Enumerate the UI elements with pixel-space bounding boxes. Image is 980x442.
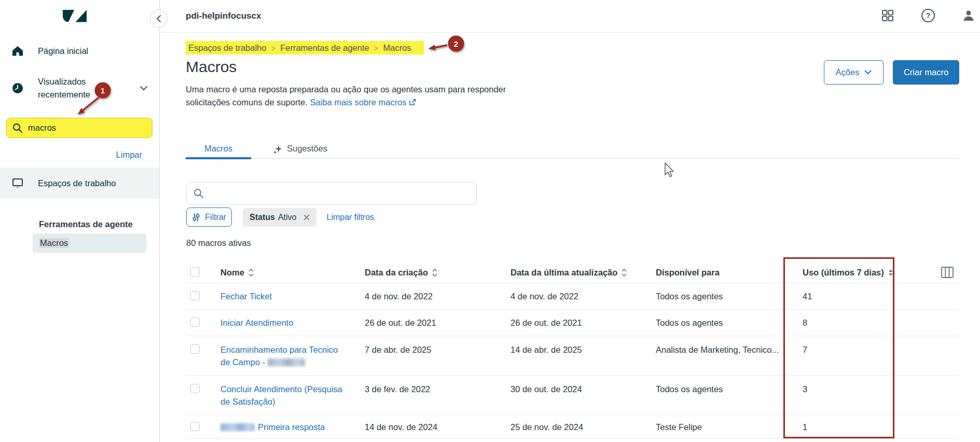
filter-button[interactable]: Filtrar bbox=[186, 208, 232, 227]
page-title: Macros bbox=[186, 58, 237, 76]
chevron-down-icon bbox=[140, 83, 148, 93]
table-row: Fechar Ticket 4 de nov. de 2022 4 de nov… bbox=[186, 283, 959, 310]
breadcrumb-separator: > bbox=[271, 44, 275, 52]
manage-columns-icon[interactable] bbox=[941, 266, 954, 279]
sort-active-icon bbox=[888, 268, 894, 277]
column-header-name[interactable]: Nome bbox=[220, 268, 365, 278]
monitor-icon bbox=[11, 177, 24, 189]
sidebar-item-label: Espaços de trabalho bbox=[38, 177, 116, 190]
macro-link[interactable]: Encaminhamento para Tecnico de Campo - bbox=[220, 343, 338, 368]
apps-grid-icon[interactable] bbox=[880, 8, 895, 23]
created-cell: 3 de fev. de 2022 bbox=[365, 383, 510, 395]
tab-bar: Macros Sugestões bbox=[186, 142, 959, 159]
home-icon bbox=[11, 45, 24, 57]
macros-count: 80 macros ativas bbox=[186, 238, 251, 248]
sidebar-item-workspaces[interactable]: Espaços de trabalho bbox=[0, 168, 159, 199]
column-header-usage[interactable]: Uso (últimos 7 dias) bbox=[800, 268, 895, 278]
sort-icon bbox=[432, 268, 438, 277]
tab-suggestions[interactable]: Sugestões bbox=[273, 142, 327, 158]
row-checkbox[interactable] bbox=[190, 384, 200, 393]
chevron-down-icon bbox=[864, 70, 872, 75]
zendesk-logo-icon bbox=[61, 7, 88, 27]
usage-cell: 1 bbox=[800, 421, 895, 433]
clock-icon bbox=[11, 82, 24, 94]
macros-table: Nome Data da criação Data da última atua… bbox=[186, 262, 959, 439]
table-search-box bbox=[186, 182, 477, 205]
created-cell: 4 de nov. de 2022 bbox=[365, 290, 510, 302]
sidebar-item-home[interactable]: Página inicial bbox=[0, 42, 159, 60]
macro-link[interactable]: Concluir Atendimento (Pesquisa de Satisf… bbox=[220, 383, 342, 408]
row-checkbox[interactable] bbox=[190, 344, 200, 354]
create-macro-button[interactable]: Criar macro bbox=[893, 60, 959, 85]
updated-cell: 26 de out. de 2021 bbox=[510, 316, 656, 329]
learn-more-link[interactable]: Saiba mais sobre macros bbox=[310, 98, 406, 107]
help-icon[interactable]: ? bbox=[921, 8, 935, 23]
page-description: Uma macro é uma reposta preparada ou açã… bbox=[186, 83, 506, 109]
external-link-icon bbox=[409, 96, 416, 109]
search-icon bbox=[194, 188, 204, 199]
updated-cell: 30 de out. de 2024 bbox=[510, 383, 656, 395]
updated-cell: 14 de abr. de 2025 bbox=[510, 343, 656, 356]
available-cell: Todos os agentes bbox=[656, 316, 800, 329]
macro-link[interactable]: Primeira resposta bbox=[220, 421, 325, 433]
sidebar-item-label: Página inicial bbox=[38, 45, 88, 58]
close-icon[interactable] bbox=[303, 214, 310, 220]
sidebar: Página inicial Visualizados recentemente bbox=[0, 0, 160, 442]
sidebar-clear-link[interactable]: Limpar bbox=[116, 150, 142, 160]
row-checkbox[interactable] bbox=[190, 317, 200, 327]
table-row: Primeira resposta 14 de nov. de 2024 25 … bbox=[186, 415, 959, 439]
redacted-text bbox=[220, 423, 255, 431]
sidebar-collapse-button[interactable] bbox=[150, 10, 168, 27]
macro-link[interactable]: Fechar Ticket bbox=[220, 290, 272, 302]
chevron-left-icon bbox=[156, 15, 162, 23]
usage-cell: 41 bbox=[800, 290, 895, 302]
sidebar-search-box bbox=[6, 118, 153, 138]
svg-text:?: ? bbox=[926, 11, 931, 20]
row-checkbox[interactable] bbox=[190, 291, 200, 300]
row-checkbox[interactable] bbox=[190, 422, 200, 431]
sidebar-item-macros[interactable]: Macros bbox=[33, 233, 146, 253]
redacted-text bbox=[268, 358, 305, 366]
actions-button[interactable]: Ações bbox=[824, 60, 884, 85]
clear-filters-link[interactable]: Limpar filtros bbox=[326, 213, 374, 222]
account-name: pdi-helpinfocuscx bbox=[186, 11, 261, 21]
usage-cell: 3 bbox=[800, 383, 895, 395]
zendesk-admin-app: Página inicial Visualizados recentemente bbox=[0, 0, 980, 442]
sidebar-search-input[interactable] bbox=[28, 123, 132, 133]
column-header-updated[interactable]: Data da última atualização bbox=[510, 268, 656, 278]
available-cell: Teste Felipe bbox=[656, 421, 800, 433]
profile-icon[interactable] bbox=[961, 8, 976, 23]
table-row: Concluir Atendimento (Pesquisa de Satisf… bbox=[186, 376, 959, 415]
created-cell: 7 de abr. de 2025 bbox=[365, 343, 510, 356]
topbar: pdi-helpinfocuscx ? bbox=[160, 0, 980, 33]
macro-link[interactable]: Iniciar Atendimento bbox=[220, 316, 293, 329]
usage-cell: 8 bbox=[800, 316, 895, 329]
sort-icon bbox=[248, 268, 254, 277]
table-row: Iniciar Atendimento 26 de out. de 2021 2… bbox=[186, 310, 959, 336]
usage-cell: 7 bbox=[800, 343, 895, 356]
filter-sliders-icon bbox=[192, 213, 200, 222]
table-header-row: Nome Data da criação Data da última atua… bbox=[186, 262, 959, 283]
tab-macros[interactable]: Macros bbox=[186, 142, 251, 159]
breadcrumb-workspaces[interactable]: Espaços de trabalho bbox=[188, 43, 266, 53]
breadcrumb-separator: > bbox=[374, 44, 379, 52]
breadcrumb: Espaços de trabalho > Ferramentas de age… bbox=[186, 41, 424, 54]
column-header-created[interactable]: Data da criação bbox=[365, 268, 510, 278]
breadcrumb-macros[interactable]: Macros bbox=[383, 43, 411, 53]
sparkles-icon bbox=[273, 145, 282, 156]
search-icon bbox=[12, 123, 23, 133]
available-cell: Analista de Marketing, Tecnico... bbox=[656, 343, 800, 356]
breadcrumb-agent-tools[interactable]: Ferramentas de agente bbox=[280, 43, 369, 53]
sidebar-item-recently-viewed[interactable]: Visualizados recentemente bbox=[0, 75, 159, 102]
created-cell: 14 de nov. de 2024 bbox=[365, 421, 510, 433]
created-cell: 26 de out. de 2021 bbox=[365, 316, 510, 329]
main-content: Espaços de trabalho > Ferramentas de age… bbox=[160, 33, 980, 442]
sidebar-item-label: Visualizados recentemente bbox=[38, 75, 90, 101]
available-cell: Todos os agentes bbox=[656, 383, 800, 395]
filter-chip-status[interactable]: Status Ativo bbox=[243, 208, 316, 227]
table-search-input[interactable] bbox=[209, 189, 458, 198]
select-all-checkbox[interactable] bbox=[190, 267, 200, 277]
column-header-available: Disponível para bbox=[656, 268, 800, 278]
available-cell: Todos os agentes bbox=[656, 290, 800, 302]
sort-icon bbox=[621, 268, 627, 277]
